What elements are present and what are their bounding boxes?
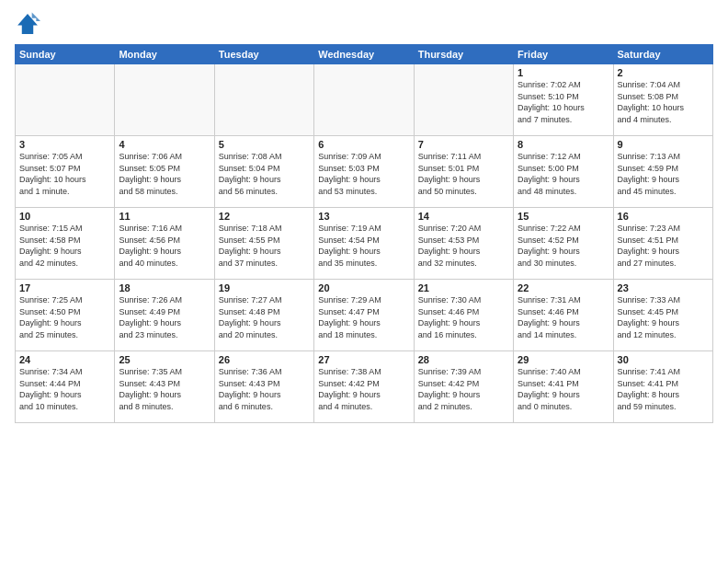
- calendar-cell: 11Sunrise: 7:16 AM Sunset: 4:56 PM Dayli…: [115, 208, 214, 280]
- week-row-4: 17Sunrise: 7:25 AM Sunset: 4:50 PM Dayli…: [16, 280, 713, 351]
- calendar-cell: 29Sunrise: 7:40 AM Sunset: 4:41 PM Dayli…: [514, 351, 613, 423]
- calendar-cell: 17Sunrise: 7:25 AM Sunset: 4:50 PM Dayli…: [16, 280, 115, 351]
- day-number: 12: [219, 211, 310, 222]
- calendar-cell: 9Sunrise: 7:13 AM Sunset: 4:59 PM Daylig…: [613, 136, 712, 208]
- day-info: Sunrise: 7:02 AM Sunset: 5:10 PM Dayligh…: [518, 79, 609, 125]
- calendar-cell: 26Sunrise: 7:36 AM Sunset: 4:43 PM Dayli…: [214, 351, 313, 423]
- day-number: 26: [219, 354, 310, 365]
- day-info: Sunrise: 7:06 AM Sunset: 5:05 PM Dayligh…: [119, 151, 210, 197]
- day-number: 25: [119, 354, 210, 365]
- calendar-cell: 1Sunrise: 7:02 AM Sunset: 5:10 PM Daylig…: [514, 64, 613, 136]
- weekday-header-wednesday: Wednesday: [314, 45, 414, 64]
- day-number: 3: [19, 139, 110, 150]
- calendar-cell: 25Sunrise: 7:35 AM Sunset: 4:43 PM Dayli…: [115, 351, 214, 423]
- day-number: 29: [518, 354, 609, 365]
- week-row-1: 1Sunrise: 7:02 AM Sunset: 5:10 PM Daylig…: [16, 64, 713, 136]
- logo-icon: [15, 11, 40, 37]
- day-info: Sunrise: 7:41 AM Sunset: 4:41 PM Dayligh…: [618, 366, 709, 412]
- calendar-cell: 4Sunrise: 7:06 AM Sunset: 5:05 PM Daylig…: [115, 136, 214, 208]
- week-row-5: 24Sunrise: 7:34 AM Sunset: 4:44 PM Dayli…: [16, 351, 713, 423]
- day-number: 18: [119, 282, 210, 293]
- calendar-cell: 22Sunrise: 7:31 AM Sunset: 4:46 PM Dayli…: [514, 280, 613, 351]
- day-info: Sunrise: 7:36 AM Sunset: 4:43 PM Dayligh…: [219, 366, 310, 412]
- day-number: 22: [518, 282, 609, 293]
- day-info: Sunrise: 7:30 AM Sunset: 4:46 PM Dayligh…: [418, 294, 509, 340]
- calendar-cell: 12Sunrise: 7:18 AM Sunset: 4:55 PM Dayli…: [214, 208, 313, 280]
- day-number: 4: [119, 139, 210, 150]
- calendar-cell: 21Sunrise: 7:30 AM Sunset: 4:46 PM Dayli…: [414, 280, 513, 351]
- calendar-cell: 16Sunrise: 7:23 AM Sunset: 4:51 PM Dayli…: [613, 208, 712, 280]
- day-info: Sunrise: 7:04 AM Sunset: 5:08 PM Dayligh…: [618, 79, 709, 125]
- day-number: 10: [19, 211, 110, 222]
- week-row-2: 3Sunrise: 7:05 AM Sunset: 5:07 PM Daylig…: [16, 136, 713, 208]
- calendar-cell: [115, 64, 214, 136]
- day-number: 17: [19, 282, 110, 293]
- calendar-cell: 23Sunrise: 7:33 AM Sunset: 4:45 PM Dayli…: [613, 280, 712, 351]
- day-number: 7: [418, 139, 509, 150]
- calendar-cell: 18Sunrise: 7:26 AM Sunset: 4:49 PM Dayli…: [115, 280, 214, 351]
- day-info: Sunrise: 7:13 AM Sunset: 4:59 PM Dayligh…: [618, 151, 709, 197]
- day-info: Sunrise: 7:19 AM Sunset: 4:54 PM Dayligh…: [318, 223, 409, 269]
- day-number: 14: [418, 211, 509, 222]
- calendar-cell: 27Sunrise: 7:38 AM Sunset: 4:42 PM Dayli…: [314, 351, 414, 423]
- day-info: Sunrise: 7:12 AM Sunset: 5:00 PM Dayligh…: [518, 151, 609, 197]
- day-info: Sunrise: 7:11 AM Sunset: 5:01 PM Dayligh…: [418, 151, 509, 197]
- day-info: Sunrise: 7:09 AM Sunset: 5:03 PM Dayligh…: [318, 151, 409, 197]
- weekday-header-tuesday: Tuesday: [214, 45, 313, 64]
- day-number: 19: [219, 282, 310, 293]
- day-info: Sunrise: 7:34 AM Sunset: 4:44 PM Dayligh…: [19, 366, 110, 412]
- week-row-3: 10Sunrise: 7:15 AM Sunset: 4:58 PM Dayli…: [16, 208, 713, 280]
- day-info: Sunrise: 7:35 AM Sunset: 4:43 PM Dayligh…: [119, 366, 210, 412]
- calendar-cell: 7Sunrise: 7:11 AM Sunset: 5:01 PM Daylig…: [414, 136, 513, 208]
- calendar-table: SundayMondayTuesdayWednesdayThursdayFrid…: [15, 44, 713, 423]
- day-info: Sunrise: 7:25 AM Sunset: 4:50 PM Dayligh…: [19, 294, 110, 340]
- day-info: Sunrise: 7:33 AM Sunset: 4:45 PM Dayligh…: [618, 294, 709, 340]
- calendar-cell: 8Sunrise: 7:12 AM Sunset: 5:00 PM Daylig…: [514, 136, 613, 208]
- day-info: Sunrise: 7:29 AM Sunset: 4:47 PM Dayligh…: [318, 294, 409, 340]
- day-info: Sunrise: 7:26 AM Sunset: 4:49 PM Dayligh…: [119, 294, 210, 340]
- day-info: Sunrise: 7:40 AM Sunset: 4:41 PM Dayligh…: [518, 366, 609, 412]
- calendar-cell: [16, 64, 115, 136]
- calendar-cell: 3Sunrise: 7:05 AM Sunset: 5:07 PM Daylig…: [16, 136, 115, 208]
- day-info: Sunrise: 7:05 AM Sunset: 5:07 PM Dayligh…: [19, 151, 110, 197]
- day-number: 11: [119, 211, 210, 222]
- calendar-cell: 10Sunrise: 7:15 AM Sunset: 4:58 PM Dayli…: [16, 208, 115, 280]
- day-info: Sunrise: 7:15 AM Sunset: 4:58 PM Dayligh…: [19, 223, 110, 269]
- calendar-cell: 6Sunrise: 7:09 AM Sunset: 5:03 PM Daylig…: [314, 136, 414, 208]
- day-number: 23: [618, 282, 709, 293]
- day-info: Sunrise: 7:38 AM Sunset: 4:42 PM Dayligh…: [318, 366, 409, 412]
- day-number: 24: [19, 354, 110, 365]
- weekday-header-saturday: Saturday: [613, 45, 712, 64]
- day-number: 28: [418, 354, 509, 365]
- calendar-cell: 14Sunrise: 7:20 AM Sunset: 4:53 PM Dayli…: [414, 208, 513, 280]
- day-number: 20: [318, 282, 409, 293]
- calendar-cell: [414, 64, 513, 136]
- day-number: 27: [318, 354, 409, 365]
- day-number: 30: [618, 354, 709, 365]
- calendar-cell: 24Sunrise: 7:34 AM Sunset: 4:44 PM Dayli…: [16, 351, 115, 423]
- day-number: 21: [418, 282, 509, 293]
- calendar-cell: 20Sunrise: 7:29 AM Sunset: 4:47 PM Dayli…: [314, 280, 414, 351]
- day-info: Sunrise: 7:20 AM Sunset: 4:53 PM Dayligh…: [418, 223, 509, 269]
- day-number: 9: [618, 139, 709, 150]
- calendar-cell: 15Sunrise: 7:22 AM Sunset: 4:52 PM Dayli…: [514, 208, 613, 280]
- weekday-header-sunday: Sunday: [16, 45, 115, 64]
- header: [15, 11, 713, 37]
- day-number: 2: [618, 67, 709, 78]
- day-info: Sunrise: 7:08 AM Sunset: 5:04 PM Dayligh…: [219, 151, 310, 197]
- calendar-cell: 2Sunrise: 7:04 AM Sunset: 5:08 PM Daylig…: [613, 64, 712, 136]
- weekday-header-friday: Friday: [514, 45, 613, 64]
- calendar-cell: 13Sunrise: 7:19 AM Sunset: 4:54 PM Dayli…: [314, 208, 414, 280]
- calendar-cell: 19Sunrise: 7:27 AM Sunset: 4:48 PM Dayli…: [214, 280, 313, 351]
- weekday-header-row: SundayMondayTuesdayWednesdayThursdayFrid…: [16, 45, 713, 64]
- day-number: 6: [318, 139, 409, 150]
- calendar-cell: [314, 64, 414, 136]
- logo: [15, 11, 44, 37]
- weekday-header-monday: Monday: [115, 45, 214, 64]
- day-info: Sunrise: 7:16 AM Sunset: 4:56 PM Dayligh…: [119, 223, 210, 269]
- weekday-header-thursday: Thursday: [414, 45, 513, 64]
- svg-marker-1: [32, 13, 40, 21]
- day-info: Sunrise: 7:31 AM Sunset: 4:46 PM Dayligh…: [518, 294, 609, 340]
- day-number: 13: [318, 211, 409, 222]
- calendar-cell: [214, 64, 313, 136]
